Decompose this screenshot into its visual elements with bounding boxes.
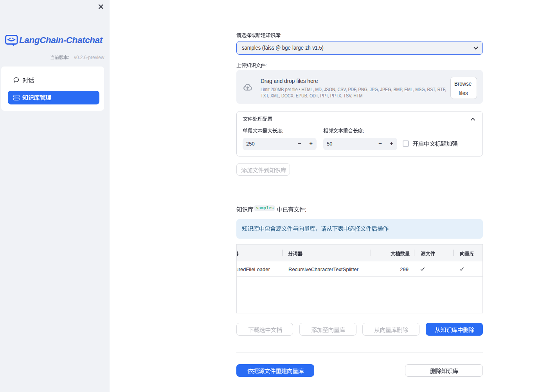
svg-text::: : <box>305 207 306 213</box>
svg-text::: : <box>363 128 364 134</box>
svg-text::: : <box>280 33 281 38</box>
svg-text::: : <box>282 128 284 134</box>
svg-text::: : <box>265 63 266 68</box>
